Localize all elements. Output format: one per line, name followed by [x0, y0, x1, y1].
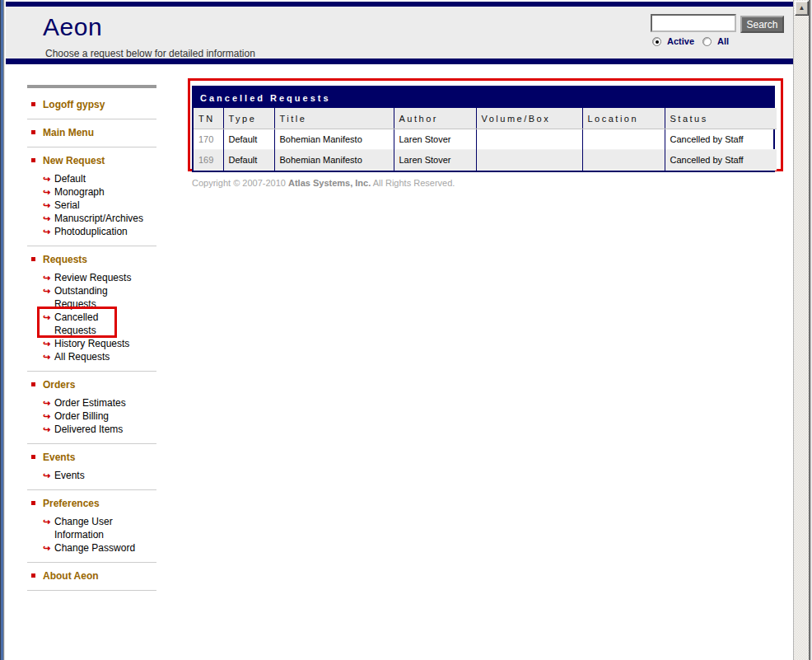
copyright-company-link[interactable]: Atlas Systems, Inc.	[288, 178, 371, 188]
table-row[interactable]: 169 Default Bohemian Manifesto Laren Sto…	[194, 150, 777, 171]
requests-sublist: ↪Review Requests ↪Outstanding Requests ↪…	[27, 271, 156, 363]
section-requests: Requests ↪Review Requests ↪Outstanding R…	[27, 246, 156, 372]
sub-label: Delivered Items	[54, 423, 123, 436]
arrow-icon: ↪	[43, 396, 54, 410]
section-new-request: New Request ↪Default ↪Monograph ↪Serial …	[27, 147, 156, 246]
page-subtitle: Choose a request below for detailed info…	[45, 48, 255, 59]
cell-tn[interactable]: 170	[194, 129, 223, 150]
cell-volume-box	[476, 129, 582, 150]
app-title: Aeon	[43, 13, 102, 41]
arrow-icon: ↪	[43, 212, 54, 225]
sidebar-item-monograph[interactable]: ↪Monograph	[27, 185, 156, 199]
arrow-icon: ↪	[43, 271, 54, 284]
cell-status: Cancelled by Staff	[665, 129, 777, 150]
column-header-volume-box: Volume/Box	[476, 108, 582, 129]
sidebar-item-review-requests[interactable]: ↪Review Requests	[27, 271, 156, 284]
sidebar-item-cancelled-requests[interactable]: ↪Cancelled Requests	[27, 311, 156, 337]
sidebar-item-default[interactable]: ↪Default	[27, 172, 156, 185]
sidebar-item-preferences[interactable]: Preferences	[27, 497, 156, 510]
radio-all-label[interactable]: All	[717, 36, 729, 46]
sidebar-item-order-estimates[interactable]: ↪Order Estimates	[27, 396, 156, 410]
cell-author: Laren Stover	[394, 150, 476, 171]
arrow-icon: ↪	[43, 469, 54, 482]
sidebar-item-change-password[interactable]: ↪Change Password	[27, 541, 156, 555]
bullet-icon	[31, 501, 35, 505]
table-header-row: TN Type Title Author Volume/Box Location…	[194, 108, 777, 129]
section-logoff: Logoff gypsy	[27, 91, 156, 119]
arrow-icon: ↪	[43, 337, 54, 350]
radio-active[interactable]	[652, 37, 661, 46]
up-arrow-icon: ▲	[799, 4, 805, 12]
sidebar-item-events[interactable]: ↪Events	[27, 469, 156, 482]
sidebar-item-outstanding-requests[interactable]: ↪Outstanding Requests	[27, 284, 156, 311]
sidebar-item-events-header[interactable]: Events	[27, 451, 156, 464]
window-right-border	[809, 0, 812, 660]
arrow-icon: ↪	[43, 350, 54, 363]
sidebar-item-delivered-items[interactable]: ↪Delivered Items	[27, 423, 156, 436]
bullet-icon	[31, 257, 35, 261]
sidebar-item-requests[interactable]: Requests	[27, 253, 156, 266]
scrollbar-up-button[interactable]: ▲	[795, 1, 809, 16]
cell-title: Bohemian Manifesto	[274, 129, 394, 150]
cell-author: Laren Stover	[394, 129, 476, 150]
sidebar-item-orders[interactable]: Orders	[27, 378, 156, 391]
section-preferences: Preferences ↪Change User Information ↪Ch…	[27, 490, 156, 563]
sidebar-item-all-requests[interactable]: ↪All Requests	[27, 350, 156, 363]
new-request-sublist: ↪Default ↪Monograph ↪Serial ↪Manuscript/…	[27, 172, 156, 238]
cell-tn[interactable]: 169	[194, 150, 223, 171]
section-label: Requests	[43, 253, 87, 266]
sub-label: Default	[54, 172, 86, 185]
sub-label: History Requests	[54, 337, 129, 350]
sidebar-item-order-billing[interactable]: ↪Order Billing	[27, 410, 156, 423]
sub-label: Order Estimates	[54, 396, 126, 410]
search-input[interactable]	[651, 14, 736, 32]
sub-label: Order Billing	[54, 410, 109, 423]
sub-label: Serial	[54, 199, 80, 212]
sidebar-item-serial[interactable]: ↪Serial	[27, 199, 156, 212]
sidebar-item-new-request[interactable]: New Request	[27, 154, 156, 167]
sidebar-item-history-requests[interactable]: ↪History Requests	[27, 337, 156, 350]
sub-label: Manuscript/Archives	[54, 212, 143, 225]
bullet-icon	[31, 455, 35, 459]
section-label: New Request	[43, 154, 105, 167]
bullet-icon	[31, 130, 35, 134]
section-label: Events	[43, 451, 75, 464]
sidebar-item-manuscript-archives[interactable]: ↪Manuscript/Archives	[27, 212, 156, 225]
bullet-icon	[31, 158, 35, 162]
sidebar-item-photoduplication[interactable]: ↪Photoduplication	[27, 225, 156, 238]
page-header: Aeon Choose a request below for detailed…	[6, 2, 793, 64]
arrow-icon: ↪	[43, 225, 54, 238]
copyright-notice: Copyright © 2007-2010 Atlas Systems, Inc…	[192, 178, 455, 188]
copyright-prefix: Copyright © 2007-2010	[192, 178, 288, 188]
sub-label: Review Requests	[54, 271, 131, 284]
sidebar-item-logoff[interactable]: Logoff gypsy	[27, 98, 156, 111]
search-button[interactable]: Search	[740, 16, 784, 33]
arrow-icon: ↪	[43, 284, 54, 297]
orders-sublist: ↪Order Estimates ↪Order Billing ↪Deliver…	[27, 396, 156, 436]
table-title-bar: Cancelled Requests	[194, 87, 773, 108]
sidebar-item-main-menu[interactable]: Main Menu	[27, 126, 156, 139]
sidebar-item-about-aeon[interactable]: About Aeon	[27, 569, 156, 583]
radio-active-label[interactable]: Active	[667, 36, 694, 46]
arrow-icon: ↪	[43, 172, 54, 185]
radio-all[interactable]	[702, 37, 712, 46]
sub-label: Change User Information	[54, 515, 113, 541]
column-header-status: Status	[665, 108, 777, 129]
cell-type: Default	[223, 129, 274, 150]
sub-label: Events	[54, 469, 85, 482]
column-header-title: Title	[274, 108, 394, 129]
sub-label: Photoduplication	[54, 225, 128, 238]
table-row[interactable]: 170 Default Bohemian Manifesto Laren Sto…	[194, 129, 777, 150]
column-header-location: Location	[582, 108, 665, 129]
preferences-sublist: ↪Change User Information ↪Change Passwor…	[27, 515, 156, 555]
vertical-scrollbar[interactable]: ▲	[793, 0, 809, 660]
bullet-icon	[31, 573, 35, 578]
arrow-icon: ↪	[43, 410, 54, 423]
sidebar-item-change-user-information[interactable]: ↪Change User Information	[27, 515, 156, 541]
section-label: Logoff gypsy	[43, 98, 105, 111]
events-sublist: ↪Events	[27, 469, 156, 482]
requests-table: TN Type Title Author Volume/Box Location…	[194, 108, 777, 171]
search-scope-radios: Active All	[652, 36, 737, 46]
sub-label: Outstanding Requests	[54, 284, 108, 311]
cell-location	[582, 129, 665, 150]
